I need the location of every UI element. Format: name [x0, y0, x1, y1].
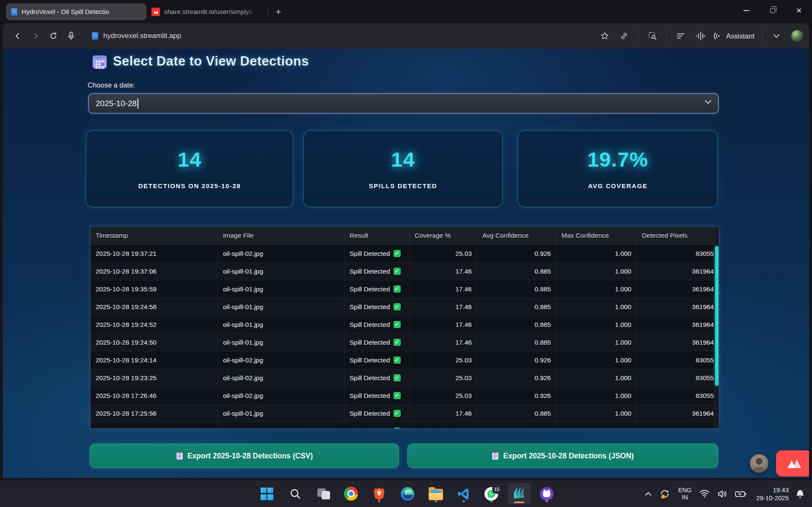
column-header[interactable]: Timestamp — [91, 227, 218, 244]
wifi-icon[interactable] — [696, 484, 713, 504]
table-row[interactable]: 2025-10-28 17:26:46oil-spill-02.jpgSpill… — [91, 387, 719, 405]
reading-list-icon[interactable] — [672, 27, 690, 44]
edge-icon — [401, 487, 414, 501]
table-row[interactable]: 2025-10-28 19:24:58oil-spill-01.jpgSpill… — [91, 298, 719, 316]
detections-table[interactable]: TimestampImage FileResultCoverage %Avg C… — [90, 226, 719, 429]
table-row[interactable]: 2025-10-28 19:24:14oil-spill-02.jpgSpill… — [91, 351, 719, 369]
close-button[interactable]: ✕ — [786, 0, 812, 21]
notifications-bell-icon[interactable]: z — [791, 484, 812, 504]
file-explorer-app[interactable] — [426, 484, 446, 504]
table-row[interactable]: 2025-10-28 19:35:59oil-spill-01.jpgSpill… — [91, 280, 719, 298]
column-header[interactable]: Image File — [218, 227, 344, 244]
chrome-app[interactable] — [341, 484, 361, 504]
table-cell: oil-spill-01.jpg — [218, 280, 344, 298]
column-header[interactable]: Avg Confidence — [477, 227, 556, 244]
tab-streamlit-share[interactable]: share.streamlit.io/user/simplys — [146, 3, 261, 20]
table-scrollbar[interactable] — [714, 227, 719, 428]
chrome-icon — [344, 487, 358, 501]
column-header[interactable]: Result — [344, 227, 410, 244]
vscode-app[interactable] — [454, 484, 474, 504]
restore-button[interactable] — [760, 0, 786, 21]
copy-link-icon[interactable] — [615, 27, 633, 44]
task-view-button[interactable] — [314, 484, 334, 504]
microphone-icon[interactable] — [62, 27, 80, 44]
export-csv-button[interactable]: Export 2025-10-28 Detections (CSV) — [90, 444, 399, 468]
github-app[interactable] — [537, 484, 557, 504]
metric-value: 14 — [178, 148, 202, 171]
whatsapp-app[interactable]: 15 — [481, 484, 501, 504]
bookmark-star-icon[interactable] — [596, 27, 614, 44]
start-button[interactable] — [257, 484, 277, 504]
voice-waveform-icon[interactable] — [691, 27, 709, 44]
table-row[interactable]: 2025-10-28 19:23:25oil-spill-02.jpgSpill… — [91, 369, 719, 387]
edge-app[interactable] — [397, 484, 418, 504]
streamlit-manage-badge[interactable] — [776, 450, 809, 477]
taskbar-clock[interactable]: 19:43 29-10-2025 — [750, 486, 791, 502]
minimize-button[interactable] — [733, 0, 760, 21]
page-content: Select Date to View Detections Choose a … — [3, 49, 809, 478]
table-cell: 83055 — [637, 387, 719, 404]
table-cell: 2025-10-28 19:24:50 — [91, 334, 218, 351]
table-cell: 0.885 — [477, 280, 556, 298]
hydrovexel-app-active[interactable] — [508, 483, 531, 504]
tab-hydrovexel[interactable]: HydroVexel - Oil Spill Detectio — [6, 3, 146, 20]
column-header[interactable]: Coverage % — [410, 227, 477, 244]
check-icon: ✓ — [394, 356, 401, 364]
brave-icon — [373, 487, 385, 501]
column-header[interactable]: Detected Pixels — [637, 227, 719, 244]
folder-icon — [429, 489, 443, 500]
browser-profile-avatar[interactable] — [791, 30, 803, 42]
date-select[interactable]: 2025-10-28 — [89, 94, 718, 113]
table-cell: 83055 — [637, 369, 719, 386]
brave-app[interactable] — [369, 484, 389, 504]
vscode-icon — [457, 488, 470, 500]
tab-title-fade — [242, 3, 261, 20]
assistant-label: Assistant — [726, 32, 754, 40]
column-header[interactable]: Max Confidence — [556, 227, 637, 244]
new-tab-button[interactable]: + — [272, 5, 285, 18]
table-row[interactable]: 2025-10-28 19:24:50oil-spill-01.jpgSpill… — [91, 334, 719, 351]
table-cell: 0.885 — [477, 316, 556, 333]
table-cell: Spill Detected✓ — [344, 280, 410, 298]
table-cell: oil-spill-01.jpg — [218, 405, 344, 422]
tab-title: HydroVexel - Oil Spill Detectio — [22, 8, 109, 16]
whatsapp-badge: 15 — [492, 485, 501, 494]
table-cell: 361964 — [637, 405, 719, 422]
forward-button[interactable] — [27, 27, 44, 44]
table-row[interactable]: 2025-10-28 19:37:06oil-spill-01.jpgSpill… — [91, 263, 719, 280]
update-sync-icon[interactable] — [655, 484, 674, 504]
tab-title: share.streamlit.io/user/simplys — [164, 8, 252, 16]
metric-label: SPILLS DETECTED — [369, 182, 438, 189]
table-cell: oil-spill-01.jpg — [218, 316, 344, 333]
battery-icon[interactable] — [731, 484, 750, 504]
address-bar[interactable]: hydrovexel.streamlit.app — [92, 32, 181, 40]
check-icon: ✓ — [394, 339, 401, 346]
toolbar-actions: Assistant — [596, 27, 803, 44]
reload-button[interactable] — [44, 27, 62, 44]
export-json-button[interactable]: Export 2025-10-28 Detections (JSON) — [407, 444, 718, 468]
find-in-page-icon[interactable] — [644, 27, 661, 44]
restore-icon — [770, 8, 775, 13]
metric-value: 14 — [391, 148, 415, 171]
table-row[interactable]: 2025-10-28 17:25:56oil-spill-01.jpgSpill… — [91, 405, 719, 422]
language-line2: IN — [678, 494, 691, 501]
chevron-down-icon[interactable] — [768, 27, 785, 44]
assistant-button[interactable]: Assistant — [711, 31, 757, 41]
site-favicon-icon — [92, 32, 98, 40]
table-row[interactable]: 2025-10-28 19:24:52oil-spill-01.jpgSpill… — [91, 316, 719, 334]
table-cell: 25.03 — [410, 351, 477, 369]
url-text: hydrovexel.streamlit.app — [103, 32, 181, 40]
hidden-icons-chevron[interactable] — [641, 484, 655, 504]
app-user-avatar[interactable] — [750, 454, 768, 473]
scrollbar-thumb[interactable] — [715, 246, 718, 386]
table-row[interactable]: 2025-10-28 19:37:21oil-spill-02.jpgSpill… — [91, 245, 719, 263]
language-indicator[interactable]: ENG IN — [674, 487, 696, 501]
back-button[interactable] — [9, 27, 27, 44]
table-cell: oil-spill-02.jpg — [218, 387, 344, 404]
table-row[interactable]: oil-spill-01.jpgSpill Detected✓ — [91, 422, 719, 429]
table-cell: Spill Detected✓ — [344, 316, 410, 333]
volume-icon[interactable] — [713, 484, 731, 504]
table-cell: 25.03 — [410, 387, 477, 404]
taskbar-search[interactable] — [285, 484, 306, 504]
table-cell: 361964 — [637, 263, 719, 280]
